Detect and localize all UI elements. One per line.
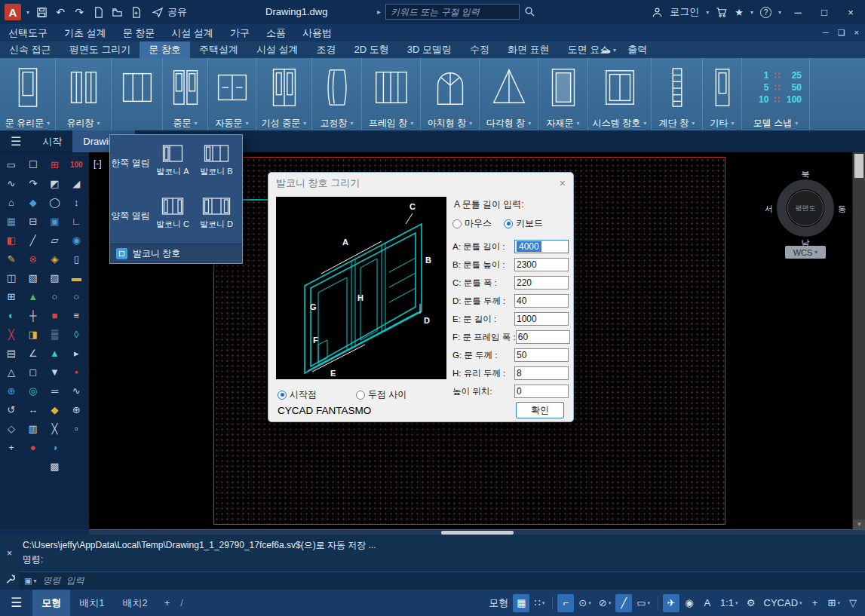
ribbon-panel-label[interactable]: 중문▾ xyxy=(163,116,207,130)
user-icon[interactable] xyxy=(652,7,663,18)
arc-tool[interactable]: ◐ xyxy=(2,306,21,324)
wcs-button[interactable]: WCS ▾ xyxy=(785,246,826,259)
favorites-star-icon[interactable]: ★ xyxy=(735,7,744,18)
half-fill-tool[interactable]: ◨ xyxy=(23,325,43,343)
field-input[interactable]: 1000 xyxy=(514,312,569,326)
maximize-button[interactable]: □ xyxy=(814,2,834,22)
app-hamburger-icon[interactable]: ☰ xyxy=(0,134,32,149)
ribbon-panel-label[interactable]: 고정창▾ xyxy=(312,116,361,130)
layout-tab[interactable]: 배치2 xyxy=(113,590,156,616)
ribbon-tab[interactable]: 시설 설계 xyxy=(247,41,308,58)
settings-gear-icon[interactable]: ⚙ xyxy=(743,594,759,612)
add-layout-button[interactable]: + xyxy=(157,597,178,608)
search-input[interactable] xyxy=(385,4,520,20)
polygon-icon[interactable] xyxy=(480,58,538,116)
fixed-icon[interactable] xyxy=(312,58,361,116)
tray-add-icon[interactable]: + xyxy=(807,594,824,612)
lozenge-tool[interactable]: ◊ xyxy=(66,325,86,343)
menu-item[interactable]: 소품 xyxy=(258,24,294,41)
wave-tool[interactable]: ∿ xyxy=(66,382,86,400)
block-insert-tool[interactable]: ⌂ xyxy=(2,193,21,211)
field-input[interactable]: 8 xyxy=(514,366,569,380)
ribbon-panel-label[interactable]: 아치형 창▾ xyxy=(421,116,479,130)
view-compass[interactable]: 북 남 서 동 평면도 xyxy=(765,169,846,249)
solid-fill-tool[interactable]: ■ xyxy=(45,306,65,324)
cross-tool[interactable]: ╳ xyxy=(45,419,65,437)
spline-tool[interactable]: ∿ xyxy=(2,174,21,192)
help-icon[interactable]: ? xyxy=(760,7,771,18)
isolate-objects-toggle[interactable]: ▽ xyxy=(845,594,861,612)
intersect-tool[interactable]: ┼ xyxy=(23,306,43,324)
compass-center-view[interactable]: 평면도 xyxy=(787,190,824,226)
triangle-tool[interactable]: ▲ xyxy=(23,287,43,305)
compass-north-label[interactable]: 북 xyxy=(802,169,810,180)
move-tool[interactable]: ⊕ xyxy=(2,382,21,400)
add-point-tool[interactable]: ⊕ xyxy=(66,400,86,418)
vertical-scrollbar[interactable]: ▼ xyxy=(852,152,865,529)
polar-tracking-toggle[interactable]: ⊙▾ xyxy=(575,594,594,612)
ribbon-panel-label[interactable]: 시스템 창호▾ xyxy=(588,116,651,130)
snap-mode-toggle[interactable]: ∷▾ xyxy=(531,594,548,612)
ortho-mode-toggle[interactable]: ⌐ xyxy=(557,594,574,612)
shade-tool[interactable]: ◩ xyxy=(45,174,65,192)
ribbon-options[interactable]: ▬ ▾ xyxy=(602,41,616,58)
ribbon-tab[interactable]: 주택설계 xyxy=(190,41,247,58)
redo-icon[interactable]: ↷ xyxy=(72,5,86,19)
export-file-icon[interactable] xyxy=(129,5,143,19)
solid-tool[interactable]: ◆ xyxy=(23,193,43,211)
ribbon-panel-label[interactable]: 다각형 창▾ xyxy=(480,116,538,130)
menu-item[interactable]: 기초 설계 xyxy=(56,24,115,41)
crosshair-tool[interactable]: + xyxy=(2,438,21,456)
share-button[interactable]: 공유 xyxy=(152,5,187,19)
ribbon-tab[interactable]: 문 창호 xyxy=(140,41,190,58)
mouse-radio[interactable]: 마우스 xyxy=(452,217,492,230)
balcony-icon[interactable] xyxy=(112,58,162,116)
start-point-radio[interactable]: 시작점 xyxy=(278,388,317,401)
minimize-button[interactable]: ─ xyxy=(788,2,808,22)
diamond-tool[interactable]: ◈ xyxy=(45,250,65,268)
compass-west-label[interactable]: 서 xyxy=(765,204,773,215)
ribbon-panel-label[interactable]: 기성 중문▾ xyxy=(256,116,311,130)
undo-icon[interactable]: ↶ xyxy=(54,5,67,19)
region-tool[interactable]: ◧ xyxy=(2,231,21,249)
layer-tool[interactable]: ▤ xyxy=(2,344,21,362)
ribbon-panel-label[interactable]: 자동문▾ xyxy=(208,116,256,130)
balcony-d-item[interactable]: 발코니 D xyxy=(195,191,238,241)
search-arrow-icon[interactable]: ▸ xyxy=(377,8,381,16)
ribbon-panel-label[interactable]: 프레임 창▾ xyxy=(362,116,420,130)
tall-rect-tool[interactable]: ▯ xyxy=(66,250,86,268)
modelsnap-icon[interactable]: 1∷255∷5010∷100 xyxy=(742,58,809,116)
autodoor-icon[interactable] xyxy=(208,58,256,116)
lineweight-toggle[interactable]: ╱ xyxy=(615,594,632,612)
system-icon[interactable] xyxy=(588,58,651,116)
dropdown-footer[interactable]: 발코니 창호 xyxy=(110,244,242,263)
field-input[interactable]: 220 xyxy=(514,276,569,290)
close-button[interactable]: × xyxy=(841,2,860,22)
table-tool[interactable]: ⊞ xyxy=(2,287,21,305)
annotation-visibility-toggle[interactable]: ◉ xyxy=(681,594,698,612)
viewport-controls-label[interactable]: [-] xyxy=(94,158,102,169)
ribbon-panel-label[interactable]: 문 유리문▾ xyxy=(0,116,55,130)
viewport-tool[interactable]: ▣ xyxy=(45,212,65,230)
layer-stack-tool[interactable]: ≡ xyxy=(66,306,86,324)
ellipse-tool[interactable]: ○ xyxy=(45,287,65,305)
auto-annotation-toggle[interactable]: A xyxy=(699,594,716,612)
vertical-stretch-tool[interactable]: ↕ xyxy=(66,193,86,211)
transparency-tool[interactable]: ▒ xyxy=(45,325,65,343)
zoom-percent-indicator[interactable]: 100 xyxy=(66,155,86,173)
door-tool[interactable]: ◫ xyxy=(2,268,21,287)
frame-icon[interactable] xyxy=(362,58,420,116)
model-space-indicator[interactable]: 모형 xyxy=(486,594,511,612)
annotation-scale-button[interactable]: 1:1▾ xyxy=(717,594,741,612)
ribbon-tab[interactable]: 조경 xyxy=(308,41,345,58)
field-input[interactable]: 2300 xyxy=(514,258,569,271)
command-input-icon[interactable]: ▣▾ xyxy=(24,576,36,586)
balcony-c-item[interactable]: 발코니 C xyxy=(151,191,195,241)
crosshatch-tool[interactable]: ▨ xyxy=(45,268,65,287)
app-menu-chevron-icon[interactable]: ▾ xyxy=(26,9,29,16)
app-logo-icon[interactable]: A xyxy=(5,4,21,20)
ribbon-tab[interactable]: 3D 모델링 xyxy=(398,41,461,58)
hatch-tool[interactable]: ▦ xyxy=(2,212,21,230)
select-tool[interactable]: ☐ xyxy=(23,155,43,173)
play-tool[interactable]: ▸ xyxy=(66,344,86,362)
